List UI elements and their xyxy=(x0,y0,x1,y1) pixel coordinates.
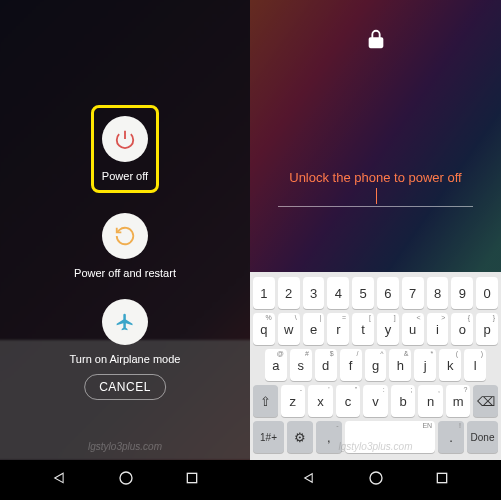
key-y[interactable]: y] xyxy=(377,313,399,345)
key-6[interactable]: 6 xyxy=(377,277,399,309)
settings-key[interactable]: ⚙ xyxy=(287,421,313,453)
home-button[interactable] xyxy=(368,470,384,490)
key-v[interactable]: v: xyxy=(363,385,388,417)
key-x[interactable]: x' xyxy=(308,385,333,417)
svg-rect-1 xyxy=(187,473,196,482)
back-button[interactable] xyxy=(301,470,317,490)
lock-icon xyxy=(365,28,387,54)
key-1[interactable]: 1 xyxy=(253,277,275,309)
key-s[interactable]: s# xyxy=(290,349,312,381)
power-menu-screen: Power off Power off and restart Turn on … xyxy=(0,0,250,500)
key-u[interactable]: u< xyxy=(402,313,424,345)
restart-label: Power off and restart xyxy=(74,267,176,279)
svg-point-2 xyxy=(370,472,382,484)
key-b[interactable]: b; xyxy=(391,385,416,417)
key-4[interactable]: 4 xyxy=(327,277,349,309)
backspace-key[interactable]: ⌫ xyxy=(473,385,498,417)
key-m[interactable]: m? xyxy=(446,385,471,417)
unlock-message: Unlock the phone to power off xyxy=(250,170,501,185)
svg-rect-3 xyxy=(438,473,447,482)
nav-bar xyxy=(0,460,250,500)
key-q[interactable]: q% xyxy=(253,313,275,345)
key-7[interactable]: 7 xyxy=(402,277,424,309)
key-j[interactable]: j* xyxy=(414,349,436,381)
key-e[interactable]: e| xyxy=(303,313,325,345)
key-p[interactable]: p} xyxy=(476,313,498,345)
key-5[interactable]: 5 xyxy=(352,277,374,309)
restart-option[interactable]: Power off and restart xyxy=(74,213,176,279)
recent-button[interactable] xyxy=(184,470,200,490)
symbols-key[interactable]: 1#+ xyxy=(253,421,284,453)
key-8[interactable]: 8 xyxy=(427,277,449,309)
svg-point-0 xyxy=(120,472,132,484)
key-h[interactable]: h& xyxy=(389,349,411,381)
key-d[interactable]: d$ xyxy=(315,349,337,381)
done-key[interactable]: Done xyxy=(467,421,498,453)
cancel-button[interactable]: CANCEL xyxy=(84,374,166,400)
key-o[interactable]: o{ xyxy=(451,313,473,345)
power-off-label: Power off xyxy=(102,170,148,182)
key-g[interactable]: g^ xyxy=(365,349,387,381)
key-r[interactable]: r= xyxy=(327,313,349,345)
power-off-highlight: Power off xyxy=(91,105,159,193)
nav-bar xyxy=(250,460,501,500)
power-options: Power off Power off and restart Turn on … xyxy=(0,105,250,365)
key-w[interactable]: w\ xyxy=(278,313,300,345)
key-k[interactable]: k( xyxy=(439,349,461,381)
shift-key[interactable]: ⇧ xyxy=(253,385,278,417)
airplane-label: Turn on Airplane mode xyxy=(70,353,181,365)
password-cursor xyxy=(376,188,377,204)
key-i[interactable]: i> xyxy=(427,313,449,345)
key-a[interactable]: a@ xyxy=(265,349,287,381)
home-button[interactable] xyxy=(118,470,134,490)
key-9[interactable]: 9 xyxy=(451,277,473,309)
key-t[interactable]: t[ xyxy=(352,313,374,345)
key-2[interactable]: 2 xyxy=(278,277,300,309)
key-n[interactable]: n, xyxy=(418,385,443,417)
power-icon xyxy=(102,116,148,162)
back-button[interactable] xyxy=(50,469,68,491)
lock-screen: Unlock the phone to power off Emergency … xyxy=(250,0,501,500)
period-key[interactable]: .! xyxy=(438,421,464,453)
space-key[interactable]: EN xyxy=(345,421,435,453)
key-f[interactable]: f/ xyxy=(340,349,362,381)
password-input[interactable] xyxy=(278,206,473,207)
key-c[interactable]: c" xyxy=(336,385,361,417)
key-3[interactable]: 3 xyxy=(303,277,325,309)
keyboard: 1234567890 q%w\e|r=t[y]u<i>o{p} a@s#d$f/… xyxy=(250,272,501,460)
key-z[interactable]: z- xyxy=(281,385,306,417)
power-off-option[interactable]: Power off xyxy=(102,116,148,182)
key-l[interactable]: l) xyxy=(464,349,486,381)
airplane-option[interactable]: Turn on Airplane mode xyxy=(70,299,181,365)
comma-key[interactable]: ,- xyxy=(316,421,342,453)
airplane-icon xyxy=(102,299,148,345)
restart-icon xyxy=(102,213,148,259)
key-0[interactable]: 0 xyxy=(476,277,498,309)
recent-button[interactable] xyxy=(434,470,450,490)
